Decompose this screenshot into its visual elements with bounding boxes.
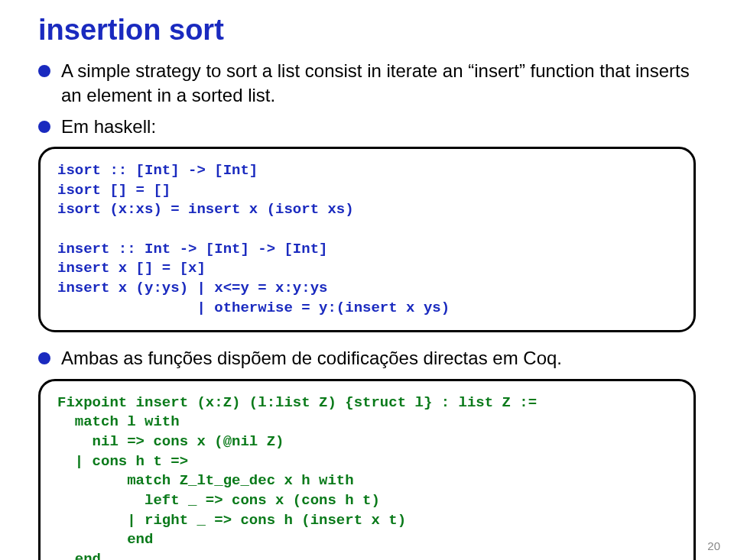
- bullet-icon: [38, 65, 50, 77]
- page-number: 20: [707, 539, 720, 552]
- bullet-item-3: Ambas as funções dispõem de codificações…: [38, 346, 696, 371]
- bullet-item-2: Em haskell:: [38, 115, 696, 139]
- page-title: insertion sort: [0, 0, 734, 47]
- bullet-item-1: A simple strategy to sort a list consist…: [38, 59, 696, 108]
- coq-code-block: Fixpoint insert (x:Z) (l:list Z) {struct…: [38, 379, 696, 560]
- haskell-code-block: isort :: [Int] -> [Int] isort [] = [] is…: [38, 147, 696, 332]
- bullet-icon: [38, 121, 50, 133]
- bullet-text-2: Em haskell:: [61, 115, 156, 139]
- content-body: A simple strategy to sort a list consist…: [0, 47, 734, 560]
- bullet-text-1: A simple strategy to sort a list consist…: [61, 59, 696, 108]
- bullet-text-3: Ambas as funções dispõem de codificações…: [61, 346, 562, 371]
- bullet-icon: [38, 352, 50, 364]
